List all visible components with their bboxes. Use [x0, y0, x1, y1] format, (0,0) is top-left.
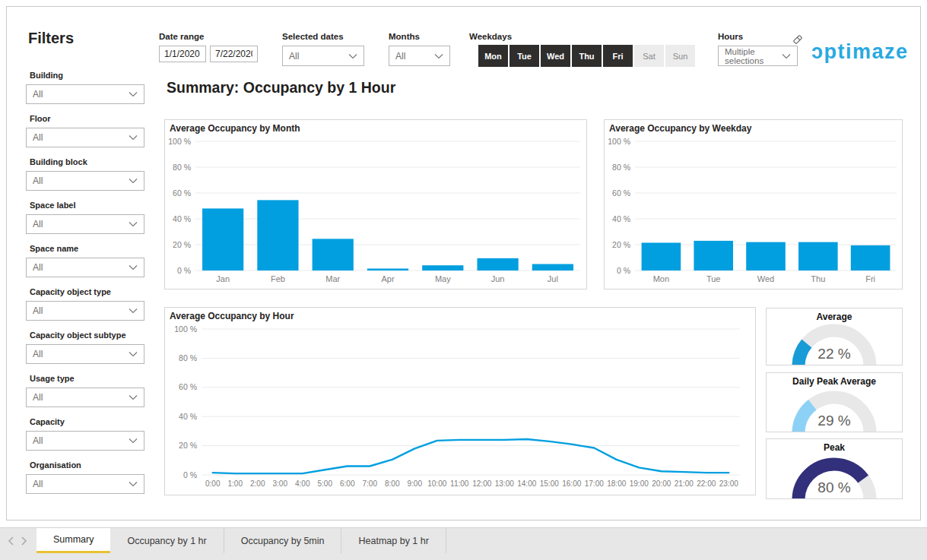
page-title: Summary: Occupancy by 1 Hour: [167, 79, 395, 96]
chart-title: Average Occupancy by Month: [170, 123, 300, 134]
tab-occupancy-by-1hr[interactable]: Occupancy by 1 hr: [110, 528, 224, 553]
bar-chart-occupancy-by-weekday[interactable]: 0 %20 %40 %60 %80 %100 %MonTueWedThuFri: [605, 120, 902, 289]
svg-text:7:00: 7:00: [363, 479, 378, 488]
dropdown-value: All: [33, 262, 43, 273]
weekday-button-mon[interactable]: Mon: [478, 45, 508, 67]
tab-nav-right-arrow-icon[interactable]: [21, 536, 27, 546]
dropdown-value: All: [33, 305, 43, 316]
svg-text:8:00: 8:00: [385, 479, 400, 488]
date-range-start-input[interactable]: [159, 46, 206, 62]
filter-space-name: Space name All: [26, 244, 144, 277]
svg-text:0 %: 0 %: [183, 470, 197, 479]
svg-text:60 %: 60 %: [173, 188, 191, 198]
svg-text:6:00: 6:00: [340, 479, 355, 488]
chevron-down-icon: [434, 53, 443, 59]
chevron-down-icon: [129, 395, 138, 400]
svg-text:Jul: Jul: [548, 274, 558, 283]
floor-dropdown[interactable]: All: [26, 128, 144, 147]
building-dropdown[interactable]: All: [26, 84, 144, 104]
svg-text:14:00: 14:00: [517, 479, 536, 488]
organisation-dropdown[interactable]: All: [26, 474, 144, 494]
bar-chart-occupancy-by-month[interactable]: 0 %20 %40 %60 %80 %100 %JanFebMarAprMayJ…: [165, 120, 586, 289]
svg-text:12:00: 12:00: [472, 479, 491, 488]
svg-text:100 %: 100 %: [608, 137, 630, 146]
svg-text:Fri: Fri: [865, 274, 875, 283]
svg-text:2:00: 2:00: [250, 479, 265, 488]
svg-text:80 %: 80 %: [179, 353, 197, 362]
weekday-button-fri[interactable]: Fri: [603, 45, 633, 67]
chevron-down-icon: [782, 53, 791, 59]
capacity-dropdown[interactable]: All: [26, 431, 144, 451]
chevron-down-icon: [129, 308, 138, 314]
svg-text:20:00: 20:00: [652, 479, 671, 488]
hours-dropdown[interactable]: Multiple selections: [718, 46, 798, 66]
filter-capacity-object-type: Capacity object type All: [26, 287, 144, 321]
svg-text:20 %: 20 %: [612, 240, 630, 249]
usage-type-dropdown[interactable]: All: [26, 388, 144, 407]
filter-label: Space label: [30, 201, 144, 210]
weekday-button-tue[interactable]: Tue: [510, 45, 539, 67]
svg-text:22:00: 22:00: [697, 479, 716, 488]
filter-label: Floor: [30, 114, 144, 123]
dropdown-value: All: [33, 132, 43, 143]
months-dropdown[interactable]: All: [389, 46, 450, 66]
capacity-object-type-dropdown[interactable]: All: [26, 301, 144, 321]
filter-space-label: Space label All: [26, 201, 144, 234]
weekday-button-sat[interactable]: Sat: [634, 45, 664, 67]
optimaze-logo: ɔptimaze: [811, 40, 909, 64]
chart-card-occupancy-by-weekday: Average Occupancy by Weekday 0 %20 %40 %…: [604, 119, 903, 289]
svg-text:May: May: [435, 274, 451, 283]
gauge-value: 29 %: [767, 413, 902, 429]
selected-dates-dropdown[interactable]: All: [282, 46, 364, 66]
tab-summary[interactable]: Summary: [37, 528, 110, 553]
dropdown-value: All: [289, 51, 299, 62]
svg-text:0 %: 0 %: [177, 266, 191, 275]
capacity-object-subtype-dropdown[interactable]: All: [26, 344, 144, 364]
weekday-button-wed[interactable]: Wed: [541, 45, 570, 67]
dropdown-value: All: [395, 51, 405, 62]
dropdown-value: All: [33, 349, 43, 359]
svg-text:40 %: 40 %: [179, 412, 197, 421]
svg-text:5:00: 5:00: [318, 479, 333, 488]
svg-text:21:00: 21:00: [675, 479, 694, 488]
page-tab-bar: Summary Occupancy by 1 hr Occupancy by 5…: [0, 527, 927, 560]
svg-text:40 %: 40 %: [612, 214, 630, 223]
date-range-label: Date range: [159, 32, 204, 41]
filter-capacity: Capacity All: [26, 417, 144, 451]
svg-text:100 %: 100 %: [168, 137, 191, 146]
space-name-dropdown[interactable]: All: [26, 258, 144, 277]
filter-label: Building: [30, 71, 144, 80]
weekdays-label: Weekdays: [469, 32, 512, 41]
gauge-card-average: Average 22 %: [766, 308, 903, 365]
svg-text:18:00: 18:00: [607, 479, 626, 488]
tab-heatmap-by-1hr[interactable]: Heatmap by 1 hr: [341, 528, 446, 553]
svg-text:Mon: Mon: [653, 274, 669, 283]
filter-label: Capacity object type: [30, 287, 144, 296]
tab-occupancy-by-5min[interactable]: Occupancy by 5min: [224, 528, 342, 553]
date-range-end-input[interactable]: [210, 46, 258, 62]
chevron-down-icon: [129, 179, 138, 184]
filter-label: Capacity object subtype: [30, 331, 144, 340]
svg-text:20 %: 20 %: [179, 441, 197, 450]
chevron-down-icon: [129, 482, 138, 487]
tab-nav-left-arrow-icon[interactable]: [8, 536, 14, 546]
chart-card-occupancy-by-hour: Average Occupancy by Hour 0 %20 %40 %60 …: [164, 307, 756, 495]
dropdown-value: All: [33, 479, 43, 489]
clear-selections-eraser-icon[interactable]: [792, 34, 803, 45]
weekday-button-sun[interactable]: Sun: [665, 45, 695, 67]
svg-text:Apr: Apr: [381, 274, 394, 283]
filter-label: Capacity: [30, 417, 144, 426]
line-chart-occupancy-by-hour[interactable]: 0 %20 %40 %60 %80 %100 %0:001:002:003:00…: [165, 308, 755, 495]
svg-text:19:00: 19:00: [630, 479, 649, 488]
svg-text:20 %: 20 %: [173, 240, 191, 249]
tab-nav-arrows: [0, 528, 37, 553]
svg-text:Wed: Wed: [757, 274, 774, 283]
building-block-dropdown[interactable]: All: [26, 171, 144, 191]
filters-heading: Filters: [28, 30, 74, 47]
space-label-dropdown[interactable]: All: [26, 214, 144, 234]
weekday-button-thu[interactable]: Thu: [572, 45, 602, 67]
svg-text:80 %: 80 %: [173, 163, 191, 172]
svg-text:80 %: 80 %: [612, 163, 630, 172]
filter-building: Building All: [26, 71, 144, 104]
svg-text:1:00: 1:00: [228, 479, 243, 488]
